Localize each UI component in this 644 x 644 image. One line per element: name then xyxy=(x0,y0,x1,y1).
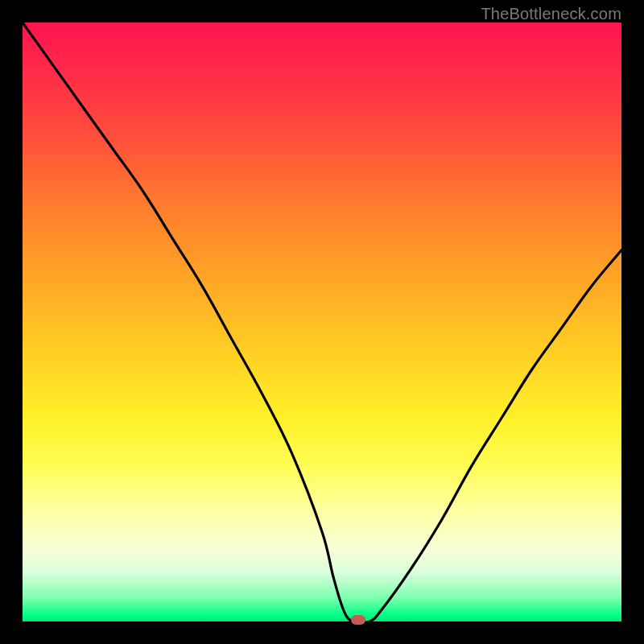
plot-area xyxy=(23,23,621,621)
watermark-text: TheBottleneck.com xyxy=(481,5,621,23)
optimum-marker xyxy=(351,615,365,625)
chart-frame: TheBottleneck.com xyxy=(0,0,644,644)
bottleneck-curve xyxy=(23,23,621,621)
